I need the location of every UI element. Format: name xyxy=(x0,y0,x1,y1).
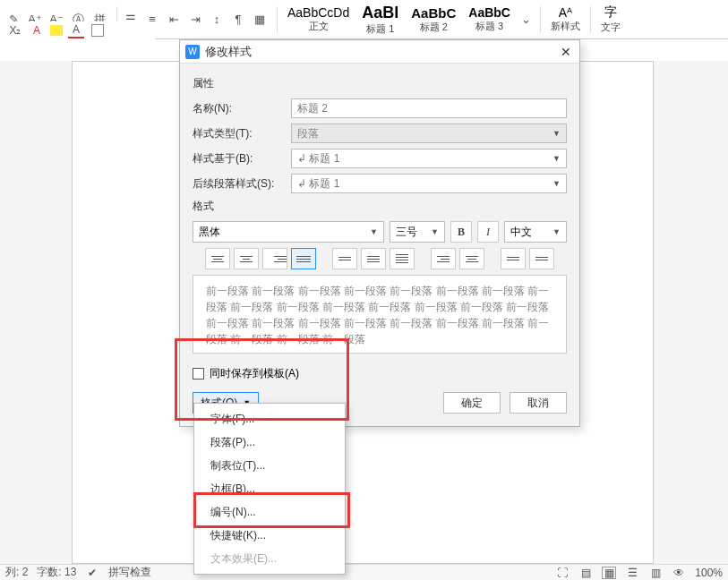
align-left-button[interactable] xyxy=(205,248,230,269)
font-color-icon[interactable]: A xyxy=(29,22,45,38)
chevron-down-icon: ▼ xyxy=(552,154,561,163)
menu-item-shortcut[interactable]: 快捷键(K)... xyxy=(194,524,345,547)
base-field[interactable]: ↲ 标题 1▼ xyxy=(291,149,567,168)
next-label: 后续段落样式(S): xyxy=(193,176,291,192)
italic-button[interactable]: I xyxy=(477,221,499,243)
style-h2[interactable]: AaBbC 标题 2 xyxy=(405,2,462,38)
lang-value: 中文 xyxy=(510,225,532,240)
menu-item-paragraph[interactable]: 段落(P)... xyxy=(194,431,345,454)
chevron-down-icon: ▼ xyxy=(431,227,439,236)
ok-button[interactable]: 确定 xyxy=(443,392,501,414)
cancel-button[interactable]: 取消 xyxy=(510,392,567,414)
styles-more-icon[interactable]: ⌄ xyxy=(517,10,536,30)
type-label: 样式类型(T): xyxy=(193,126,291,141)
separator xyxy=(540,6,541,33)
view-web-icon[interactable]: ▥ xyxy=(648,567,663,579)
size-value: 三号 xyxy=(396,225,417,240)
ok-label: 确定 xyxy=(461,396,483,411)
style-h3[interactable]: AaBbC 标题 3 xyxy=(462,2,517,38)
save-template-label: 同时保存到模板(A) xyxy=(210,366,299,381)
view-read-icon[interactable]: ▤ xyxy=(578,567,593,579)
char-border-icon[interactable] xyxy=(90,22,106,38)
checkbox-icon xyxy=(193,368,204,380)
border-icon[interactable]: ▦ xyxy=(250,10,270,30)
format-menu: 字体(F)... 段落(P)... 制表位(T)... 边框(B)... 编号(… xyxy=(193,403,346,575)
bold-button[interactable]: B xyxy=(450,221,472,243)
lang-select[interactable]: 中文▼ xyxy=(504,221,567,243)
style-label: 标题 2 xyxy=(420,21,448,34)
text-tool-label: 文字 xyxy=(601,21,621,34)
chevron-down-icon: ▼ xyxy=(552,227,561,236)
font-select[interactable]: 黑体▼ xyxy=(193,221,384,243)
style-label: 标题 1 xyxy=(366,22,394,36)
eye-icon[interactable]: 👁 xyxy=(672,567,686,579)
close-icon[interactable]: ✕ xyxy=(558,44,574,60)
font-color2-icon[interactable]: A xyxy=(68,22,84,38)
linespace-1-button[interactable] xyxy=(332,248,357,269)
cancel-label: 取消 xyxy=(527,396,549,411)
status-column: 列: 2 xyxy=(5,565,28,580)
base-value: ↲ 标题 1 xyxy=(297,151,339,166)
save-template-checkbox[interactable]: 同时保存到模板(A) xyxy=(193,366,567,381)
align-center-button[interactable] xyxy=(234,248,259,269)
preview-sample: b xyxy=(206,351,553,354)
subscript-icon[interactable]: X₂ xyxy=(7,22,23,38)
status-words: 字数: 13 xyxy=(37,565,76,580)
sort-icon[interactable]: ↕ xyxy=(207,10,227,30)
base-label: 样式基于(B): xyxy=(193,151,291,166)
style-normal[interactable]: AaBbCcDd 正文 xyxy=(281,2,355,38)
style-preview: AaBl xyxy=(362,4,398,22)
space-before-button[interactable] xyxy=(501,248,526,269)
name-value: 标题 2 xyxy=(297,101,328,116)
indent-inc-button[interactable] xyxy=(459,248,484,269)
view-outline-icon[interactable]: ☰ xyxy=(625,567,639,579)
style-label: 标题 3 xyxy=(475,20,503,33)
menu-item-font[interactable]: 字体(F)... xyxy=(194,407,345,431)
size-select[interactable]: 三号▼ xyxy=(390,221,445,243)
separator xyxy=(590,6,591,33)
space-after-button[interactable] xyxy=(529,248,554,269)
dialog-title: 修改样式 xyxy=(205,44,558,60)
modify-style-dialog: W 修改样式 ✕ 属性 名称(N): 标题 2 样式类型(T): 段落▼ 样式基… xyxy=(179,39,580,427)
preview-filler: 前一段落 前一段落 前一段落 前一段落 前一段落 前一段落 前一段落 前一段落 … xyxy=(206,285,549,345)
menu-item-border[interactable]: 边框(B)... xyxy=(194,477,345,500)
style-h1[interactable]: AaBl 标题 1 xyxy=(355,2,405,38)
style-label: 正文 xyxy=(309,20,329,33)
chevron-down-icon: ▼ xyxy=(552,129,561,138)
chevron-down-icon: ▼ xyxy=(370,227,378,236)
props-label: 属性 xyxy=(193,76,567,91)
linespace-3-button[interactable] xyxy=(390,248,415,269)
status-zoom[interactable]: 100% xyxy=(695,567,723,579)
text-tool[interactable]: 字 文字 xyxy=(595,2,627,38)
indent-dec-button[interactable] xyxy=(431,248,456,269)
next-field[interactable]: ↲ 标题 1▼ xyxy=(291,174,567,193)
indent-dec-icon[interactable]: ⇤ xyxy=(164,10,184,30)
new-style-label: 新样式 xyxy=(551,20,580,33)
format-label: 格式 xyxy=(193,199,567,214)
new-style[interactable]: Aᴬ 新样式 xyxy=(544,2,587,38)
style-preview: AaBbC xyxy=(468,5,510,20)
new-style-icon: Aᴬ xyxy=(559,5,572,20)
view-print-icon[interactable]: ▦ xyxy=(602,567,616,579)
app-logo-icon: W xyxy=(185,45,200,59)
name-label: 名称(N): xyxy=(193,101,291,116)
name-field[interactable]: 标题 2 xyxy=(291,98,567,118)
status-bar: 列: 2 字数: 13 ✔ 拼写检查 ⛶ ▤ ▦ ☰ ▥ 👁 100% xyxy=(0,564,728,580)
chevron-down-icon: ▼ xyxy=(552,179,561,188)
style-preview: AaBbC xyxy=(411,5,456,21)
view-fullscreen-icon[interactable]: ⛶ xyxy=(555,567,570,579)
next-value: ↲ 标题 1 xyxy=(297,176,339,192)
menu-item-tabs[interactable]: 制表位(T)... xyxy=(194,454,345,477)
type-field[interactable]: 段落▼ xyxy=(291,124,567,143)
dialog-titlebar[interactable]: W 修改样式 ✕ xyxy=(180,40,579,64)
align-right-button[interactable] xyxy=(262,248,287,269)
menu-item-numbering[interactable]: 编号(N)... xyxy=(194,500,345,524)
style-preview: AaBbCcDd xyxy=(287,5,349,20)
indent-inc-icon[interactable]: ⇥ xyxy=(185,10,205,30)
type-value: 段落 xyxy=(297,126,319,141)
align-justify-button[interactable] xyxy=(291,248,316,269)
highlight-icon[interactable] xyxy=(50,25,63,36)
paragraph-icon[interactable]: ¶ xyxy=(228,10,248,30)
linespace-2-button[interactable] xyxy=(361,248,386,269)
spellcheck-icon[interactable]: ✔ xyxy=(85,567,99,579)
